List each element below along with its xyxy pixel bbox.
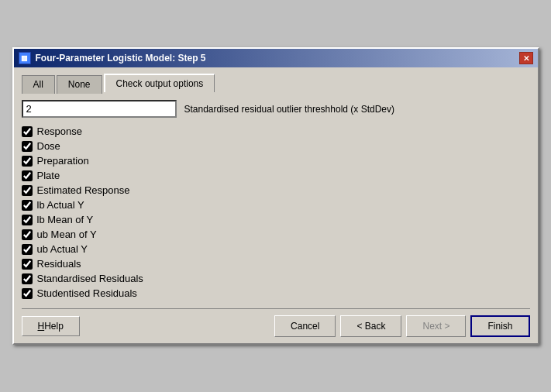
list-item: Estimated Response: [22, 184, 530, 196]
dose-checkbox[interactable]: [22, 141, 33, 152]
finish-button[interactable]: Finish: [470, 315, 529, 337]
tab-none[interactable]: None: [57, 75, 102, 94]
list-item: lb Actual Y: [22, 199, 530, 211]
list-item: Plate: [22, 170, 530, 181]
main-window: ▦ Four-Parameter Logistic Model: Step 5 …: [12, 47, 539, 345]
cancel-button[interactable]: Cancel: [274, 315, 336, 337]
tab-bar: All None Check output options: [22, 74, 530, 92]
standardised-residuals-label[interactable]: Standardised Residuals: [37, 273, 143, 284]
lb-mean-of-y-checkbox[interactable]: [22, 215, 33, 225]
preparation-label[interactable]: Preparation: [37, 155, 89, 167]
tab-all[interactable]: All: [22, 75, 55, 94]
dose-label[interactable]: Dose: [37, 140, 60, 152]
estimated-response-label[interactable]: Estimated Response: [37, 184, 130, 196]
list-item: Preparation: [22, 155, 530, 167]
help-button[interactable]: HHelp: [22, 316, 80, 336]
list-item: Studentised Residuals: [22, 287, 530, 299]
plate-label[interactable]: Plate: [37, 170, 60, 181]
studentised-residuals-checkbox[interactable]: [22, 288, 33, 299]
back-button[interactable]: < Back: [340, 315, 401, 337]
studentised-residuals-label[interactable]: Studentised Residuals: [37, 287, 137, 299]
ub-mean-of-y-label[interactable]: ub Mean of Y: [37, 229, 97, 240]
lb-actual-y-label[interactable]: lb Actual Y: [37, 199, 84, 211]
list-item: Dose: [22, 140, 530, 152]
close-button[interactable]: ✕: [519, 52, 533, 64]
content-area: All None Check output options Standardis…: [14, 67, 538, 343]
checkbox-list: Response Dose Preparation Plate Estimate…: [22, 126, 530, 299]
list-item: ub Actual Y: [22, 243, 530, 255]
ub-actual-y-checkbox[interactable]: [22, 244, 33, 255]
plate-checkbox[interactable]: [22, 170, 33, 181]
threshold-label: Standardised residual outlier threshhold…: [184, 104, 394, 115]
estimated-response-checkbox[interactable]: [22, 185, 33, 196]
list-item: lb Mean of Y: [22, 214, 530, 225]
list-item: Standardised Residuals: [22, 273, 530, 284]
app-icon: ▦: [19, 52, 31, 64]
threshold-input[interactable]: [22, 100, 177, 118]
response-label[interactable]: Response: [37, 126, 83, 137]
list-item: ub Mean of Y: [22, 229, 530, 240]
list-item: Residuals: [22, 258, 530, 270]
lb-actual-y-checkbox[interactable]: [22, 200, 33, 211]
lb-mean-of-y-label[interactable]: lb Mean of Y: [37, 214, 94, 225]
title-bar: ▦ Four-Parameter Logistic Model: Step 5 …: [14, 49, 538, 67]
next-button[interactable]: Next >: [406, 315, 466, 337]
ub-actual-y-label[interactable]: ub Actual Y: [37, 243, 88, 255]
button-row: HHelp Cancel < Back Next > Finish: [22, 308, 530, 337]
nav-buttons: Cancel < Back Next > Finish: [274, 315, 529, 337]
ub-mean-of-y-checkbox[interactable]: [22, 229, 33, 240]
preparation-checkbox[interactable]: [22, 156, 33, 167]
residuals-checkbox[interactable]: [22, 259, 33, 270]
residuals-label[interactable]: Residuals: [37, 258, 81, 270]
window-title: Four-Parameter Logistic Model: Step 5: [36, 53, 206, 64]
list-item: Response: [22, 126, 530, 137]
threshold-row: Standardised residual outlier threshhold…: [22, 100, 530, 118]
response-checkbox[interactable]: [22, 126, 33, 137]
standardised-residuals-checkbox[interactable]: [22, 273, 33, 284]
tab-check-output[interactable]: Check output options: [104, 74, 215, 92]
